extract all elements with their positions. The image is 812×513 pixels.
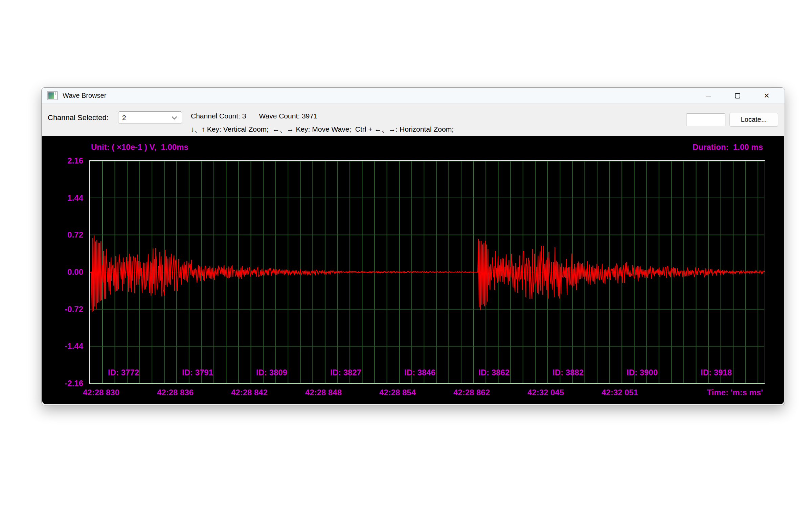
wave-plot[interactable]: ID: 3772ID: 3791ID: 3809ID: 3827ID: 3846… bbox=[89, 160, 765, 384]
x-axis-tick: 42:28 836 bbox=[145, 388, 206, 397]
wave-browser-window: Wave Browser ─ ✕ Channal Selected: 2 Cha… bbox=[41, 87, 785, 405]
wave-id-label: ID: 3882 bbox=[541, 368, 595, 377]
channel-selected-label: Channal Selected: bbox=[48, 113, 109, 122]
channel-select[interactable]: 2 bbox=[118, 111, 182, 124]
y-axis: 2.161.440.720.00-0.72-1.44-2.16 bbox=[42, 136, 86, 404]
x-axis-tick: 42:32 051 bbox=[589, 388, 650, 397]
x-axis-tick: 42:28 830 bbox=[71, 388, 132, 397]
unit-label: Unit: ( ×10e-1 ) V, 1.00ms bbox=[91, 142, 188, 152]
y-axis-tick: 2.16 bbox=[42, 156, 83, 166]
plot-panel: Unit: ( ×10e-1 ) V, 1.00ms Duration: 1.0… bbox=[42, 136, 784, 404]
locate-button[interactable]: Locate... bbox=[729, 113, 778, 127]
title-bar: Wave Browser ─ ✕ bbox=[42, 88, 785, 104]
wave-id-label: ID: 3846 bbox=[393, 368, 447, 377]
minimize-button[interactable]: ─ bbox=[694, 88, 723, 104]
desktop: Wave Browser ─ ✕ Channal Selected: 2 Cha… bbox=[0, 0, 812, 513]
wave-id-label: ID: 3900 bbox=[615, 368, 669, 377]
wave-id-label: ID: 3772 bbox=[96, 368, 151, 377]
wave-id-label: ID: 3827 bbox=[319, 368, 373, 377]
y-axis-tick: -2.16 bbox=[42, 378, 83, 388]
time-axis-label: Time: 'm:s ms' bbox=[707, 388, 763, 397]
x-axis-tick: 42:28 842 bbox=[219, 388, 280, 397]
close-button[interactable]: ✕ bbox=[752, 88, 781, 104]
app-icon-tick bbox=[55, 92, 56, 95]
wave-id-label: ID: 3791 bbox=[171, 368, 225, 377]
x-axis: 42:28 83042:28 83642:28 84242:28 84842:2… bbox=[42, 388, 784, 399]
wave-id-label: ID: 3809 bbox=[245, 368, 299, 377]
window-controls: ─ ✕ bbox=[694, 88, 781, 104]
app-icon-wave bbox=[48, 92, 54, 99]
wave-id-labels: ID: 3772ID: 3791ID: 3809ID: 3827ID: 3846… bbox=[90, 161, 765, 383]
x-axis-tick: 42:32 045 bbox=[515, 388, 576, 397]
wave-count-label: Wave Count: 3971 bbox=[259, 112, 317, 120]
channel-select-value: 2 bbox=[118, 114, 173, 122]
keyboard-hints: ↓、↑ Key: Vertical Zoom; ←、→ Key: Move Wa… bbox=[191, 125, 454, 134]
app-icon bbox=[47, 91, 58, 100]
wave-id-label: ID: 3918 bbox=[689, 368, 743, 377]
y-axis-tick: -1.44 bbox=[42, 341, 83, 351]
x-axis-tick: 42:28 848 bbox=[293, 388, 354, 397]
y-axis-tick: -0.72 bbox=[42, 304, 83, 314]
x-axis-tick: 42:28 854 bbox=[367, 388, 428, 397]
toolbar: Channal Selected: 2 Channel Count: 3Wave… bbox=[42, 104, 785, 136]
counts: Channel Count: 3Wave Count: 3971 bbox=[191, 112, 331, 120]
x-axis-tick: 42:28 862 bbox=[441, 388, 502, 397]
y-axis-tick: 0.72 bbox=[42, 230, 83, 240]
window-title: Wave Browser bbox=[63, 88, 106, 104]
maximize-button[interactable] bbox=[723, 88, 752, 104]
locate-input[interactable] bbox=[686, 113, 725, 126]
wave-id-label: ID: 3862 bbox=[467, 368, 521, 377]
chevron-down-icon bbox=[172, 114, 177, 119]
y-axis-tick: 0.00 bbox=[42, 267, 83, 277]
maximize-icon bbox=[735, 93, 740, 98]
y-axis-tick: 1.44 bbox=[42, 193, 83, 203]
channel-count-label: Channel Count: 3 bbox=[191, 112, 246, 120]
duration-label: Duration: 1.00 ms bbox=[693, 142, 763, 152]
